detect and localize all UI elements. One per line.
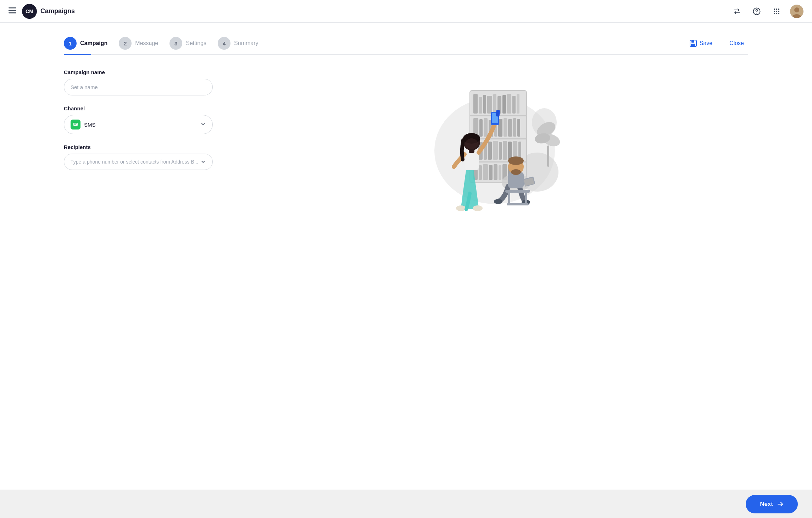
svg-rect-53	[499, 142, 502, 160]
channel-select[interactable]: SMS	[64, 115, 213, 134]
svg-rect-62	[494, 164, 497, 180]
svg-rect-29	[479, 97, 482, 114]
svg-point-12	[776, 13, 777, 14]
svg-rect-94	[507, 203, 529, 205]
svg-point-6	[776, 9, 777, 10]
app-title: Campaigns	[40, 7, 75, 15]
nav-right	[730, 5, 803, 18]
hamburger-icon[interactable]	[9, 6, 16, 16]
svg-point-15	[794, 7, 799, 12]
step-4-circle: 4	[218, 37, 230, 50]
svg-point-8	[774, 11, 775, 12]
svg-rect-93	[525, 193, 527, 205]
svg-rect-91	[505, 190, 530, 193]
svg-point-11	[774, 13, 775, 14]
step-summary[interactable]: 4 Summary	[218, 37, 258, 50]
campaign-name-input[interactable]	[64, 79, 213, 95]
svg-rect-20	[73, 123, 78, 126]
bottom-bar: Next	[0, 490, 812, 518]
svg-point-74	[511, 169, 521, 175]
svg-point-5	[774, 9, 775, 10]
form-area: Campaign name Channel SMS	[0, 69, 812, 218]
svg-rect-60	[483, 164, 488, 180]
transfer-icon[interactable]	[730, 5, 743, 18]
svg-rect-28	[473, 94, 478, 114]
recipients-label: Recipients	[64, 144, 213, 150]
svg-rect-54	[503, 141, 507, 160]
svg-rect-40	[484, 118, 488, 137]
svg-point-79	[473, 205, 483, 211]
svg-point-69	[494, 199, 502, 204]
channel-select-wrapper: SMS	[64, 115, 213, 134]
svg-point-10	[778, 11, 779, 12]
svg-rect-19	[691, 44, 695, 46]
save-icon	[690, 40, 697, 47]
stepper: 1 Campaign 2 Message 3 Settings 4	[0, 37, 812, 50]
recipients-select[interactable]: Type a phone number or select contacts f…	[64, 154, 213, 170]
step-campaign[interactable]: 1 Campaign	[64, 37, 107, 50]
svg-rect-90	[547, 145, 549, 167]
step-2-circle: 2	[119, 37, 132, 50]
svg-rect-59	[479, 165, 482, 180]
svg-rect-0	[9, 7, 16, 9]
hero-illustration	[420, 69, 569, 218]
svg-rect-30	[483, 95, 486, 114]
step-message[interactable]: 2 Message	[119, 37, 158, 50]
campaign-name-label: Campaign name	[64, 69, 213, 75]
svg-point-4	[756, 13, 757, 13]
top-navigation: CM Campaigns	[0, 0, 812, 23]
sms-icon	[71, 120, 80, 130]
stepper-steps: 1 Campaign 2 Message 3 Settings 4	[64, 37, 270, 50]
logo: CM Campaigns	[22, 4, 75, 19]
svg-rect-45	[508, 119, 512, 137]
grid-icon[interactable]	[770, 5, 783, 18]
svg-rect-92	[508, 193, 510, 205]
channel-chevron-icon	[200, 121, 206, 128]
step-3-label: Settings	[186, 40, 206, 46]
svg-point-7	[778, 9, 779, 10]
svg-rect-36	[512, 96, 516, 114]
svg-rect-46	[513, 118, 516, 137]
svg-rect-37	[517, 94, 519, 114]
step-3-circle: 3	[169, 37, 182, 50]
next-arrow-icon	[777, 501, 784, 508]
svg-point-78	[456, 205, 466, 211]
next-button[interactable]: Next	[746, 495, 798, 513]
recipients-chevron-icon	[200, 159, 206, 165]
svg-point-9	[776, 11, 777, 12]
svg-rect-44	[504, 118, 507, 137]
progress-bar-fill	[64, 54, 91, 55]
svg-rect-63	[499, 165, 501, 180]
illustration-area	[241, 69, 748, 218]
step-1-circle: 1	[64, 37, 77, 50]
close-button[interactable]: Close	[725, 37, 748, 49]
campaign-form: Campaign name Channel SMS	[64, 69, 213, 180]
step-settings[interactable]: 3 Settings	[169, 37, 206, 50]
avatar[interactable]	[790, 5, 803, 18]
svg-rect-35	[507, 94, 511, 114]
progress-bar-container	[0, 54, 812, 55]
svg-rect-86	[496, 110, 500, 117]
logo-icon: CM	[22, 4, 37, 19]
svg-rect-51	[488, 142, 492, 160]
nav-left: CM Campaigns	[9, 4, 75, 19]
help-icon[interactable]	[750, 5, 763, 18]
step-1-label: Campaign	[80, 40, 107, 46]
svg-rect-34	[502, 95, 506, 114]
step-2-label: Message	[135, 40, 158, 46]
svg-point-73	[508, 156, 524, 165]
channel-label: Channel	[64, 105, 213, 111]
svg-rect-2	[9, 12, 16, 13]
svg-rect-55	[508, 142, 512, 160]
svg-rect-52	[493, 141, 498, 160]
svg-point-82	[465, 138, 478, 149]
svg-rect-1	[9, 10, 16, 11]
save-button[interactable]: Save	[685, 37, 717, 50]
svg-point-13	[778, 13, 779, 14]
svg-rect-18	[691, 40, 694, 43]
progress-bar-track	[64, 54, 748, 55]
svg-rect-47	[517, 119, 520, 137]
campaign-name-group: Campaign name	[64, 69, 213, 95]
main-content: 1 Campaign 2 Message 3 Settings 4	[0, 23, 812, 490]
svg-rect-31	[487, 96, 492, 114]
